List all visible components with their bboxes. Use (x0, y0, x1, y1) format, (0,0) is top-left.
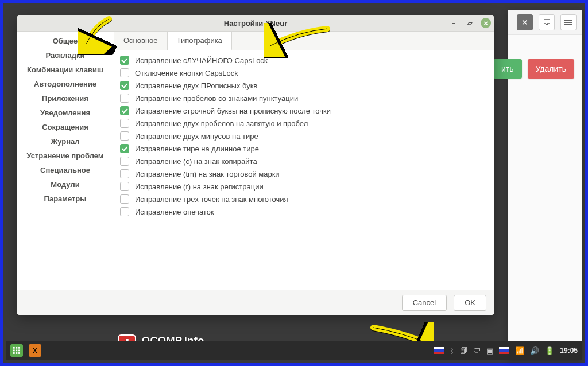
sidebar-item-7[interactable]: Журнал (17, 134, 114, 149)
volume-icon[interactable]: 🔊 (530, 346, 539, 355)
workspace-icon[interactable]: ▣ (486, 346, 493, 355)
option-label-11: Исправление трех точек на знак многоточи… (135, 195, 288, 204)
checkbox-10[interactable] (120, 182, 129, 191)
option-label-6: Исправление двух минусов на тире (135, 132, 258, 141)
bg-close-icon[interactable]: ✕ (517, 14, 533, 30)
option-label-12: Исправление опечаток (135, 208, 214, 216)
checkbox-4[interactable] (120, 106, 129, 115)
clipboard-icon[interactable]: 🗐 (460, 346, 467, 355)
sidebar-item-9[interactable]: Специальное (17, 163, 114, 177)
option-row-5[interactable]: Исправление двух пробелов на запятую и п… (120, 117, 489, 130)
xneur-settings-dialog: Настройки XNeur ОбщееРаскладкиКомбинации… (17, 15, 494, 315)
tab-1[interactable]: Типографика (168, 32, 232, 50)
option-row-3[interactable]: Исправление пробелов со знаками пунктуац… (120, 92, 489, 104)
tab-0[interactable]: Основное (114, 32, 168, 50)
checkbox-9[interactable] (120, 169, 129, 178)
ok-button[interactable]: OK (454, 295, 486, 311)
option-label-2: Исправление двух ПРописных букв (135, 81, 257, 90)
option-row-2[interactable]: Исправление двух ПРописных букв (120, 79, 489, 92)
clock[interactable]: 19:05 (560, 346, 578, 355)
option-label-1: Отключение кнопки CapsLock (135, 69, 238, 77)
language-flag-2[interactable] (499, 347, 509, 354)
background-window: ✕ 🗨 ить Удалить (508, 10, 582, 360)
sidebar-item-1[interactable]: Раскладки (17, 48, 114, 63)
maximize-button[interactable] (465, 18, 475, 28)
checkbox-11[interactable] (120, 194, 129, 204)
titlebar[interactable]: Настройки XNeur (17, 15, 494, 32)
hamburger-icon[interactable] (560, 14, 577, 30)
checkbox-3[interactable] (120, 94, 129, 103)
option-label-9: Исправление (tm) на знак торговой марки (135, 170, 280, 178)
option-label-7: Исправление тире на длинное тире (135, 145, 259, 153)
sidebar-item-8[interactable]: Устранение проблем (17, 149, 114, 163)
taskbar: X ᛒ 🗐 🛡 ▣ 📶 🔊 🔋 19:05 (6, 341, 582, 360)
option-row-4[interactable]: Исправление строчной буквы на прописную … (120, 104, 489, 117)
bg-edit-button[interactable]: ить (493, 59, 522, 79)
option-label-0: Исправление сЛУЧАЙНОГО CapsLock (135, 56, 268, 65)
bg-delete-button[interactable]: Удалить (528, 59, 574, 79)
close-button[interactable] (481, 18, 491, 28)
bg-search-icon[interactable]: 🗨 (539, 14, 555, 30)
checkbox-5[interactable] (120, 119, 129, 128)
option-row-10[interactable]: Исправление (r) на знак регистрации (120, 180, 489, 193)
shield-icon[interactable]: 🛡 (473, 346, 481, 355)
bluetooth-icon[interactable]: ᛒ (450, 346, 454, 355)
checkbox-12[interactable] (120, 207, 129, 216)
checkbox-7[interactable] (120, 144, 129, 153)
option-row-7[interactable]: Исправление тире на длинное тире (120, 142, 489, 155)
checkbox-1[interactable] (120, 68, 129, 77)
sidebar-item-10[interactable]: Модули (17, 177, 114, 192)
cancel-button[interactable]: Cancel (402, 295, 447, 311)
xneur-taskbar-icon[interactable]: X (29, 344, 41, 357)
option-row-12[interactable]: Исправление опечаток (120, 205, 489, 218)
wifi-icon[interactable]: 📶 (515, 346, 524, 355)
settings-sidebar: ОбщееРаскладкиКомбинации клавишАвтодопол… (17, 32, 114, 290)
checkbox-6[interactable] (120, 131, 129, 141)
window-title: Настройки XNeur (224, 19, 288, 28)
option-label-3: Исправление пробелов со знаками пунктуац… (135, 94, 298, 103)
sidebar-item-3[interactable]: Автодополнение (17, 77, 114, 91)
option-row-1[interactable]: Отключение кнопки CapsLock (120, 67, 489, 79)
checkbox-8[interactable] (120, 157, 129, 166)
option-row-9[interactable]: Исправление (tm) на знак торговой марки (120, 168, 489, 180)
tab-bar: ОсновноеТипографика (114, 32, 494, 50)
option-label-8: Исправление (c) на знак копирайта (135, 157, 257, 166)
sidebar-item-0[interactable]: Общее (17, 34, 114, 48)
option-row-0[interactable]: Исправление сЛУЧАЙНОГО CapsLock (120, 54, 489, 67)
typography-options: Исправление сЛУЧАЙНОГО CapsLockОтключени… (114, 50, 494, 290)
option-row-6[interactable]: Исправление двух минусов на тире (120, 130, 489, 142)
option-label-5: Исправление двух пробелов на запятую и п… (135, 119, 308, 128)
option-row-11[interactable]: Исправление трех точек на знак многоточи… (120, 193, 489, 205)
option-label-10: Исправление (r) на знак регистрации (135, 182, 264, 191)
sidebar-item-2[interactable]: Комбинации клавиш (17, 63, 114, 77)
language-flag-1[interactable] (434, 347, 444, 354)
checkbox-0[interactable] (120, 56, 129, 65)
app-menu-button[interactable] (10, 344, 23, 357)
sidebar-item-5[interactable]: Уведомления (17, 106, 114, 120)
battery-icon[interactable]: 🔋 (545, 346, 554, 355)
sidebar-item-4[interactable]: Приложения (17, 91, 114, 106)
option-row-8[interactable]: Исправление (c) на знак копирайта (120, 155, 489, 168)
minimize-button[interactable] (448, 18, 459, 28)
option-label-4: Исправление строчной буквы на прописную … (135, 107, 331, 115)
checkbox-2[interactable] (120, 81, 129, 90)
sidebar-item-11[interactable]: Параметры (17, 192, 114, 206)
sidebar-item-6[interactable]: Сокращения (17, 120, 114, 134)
